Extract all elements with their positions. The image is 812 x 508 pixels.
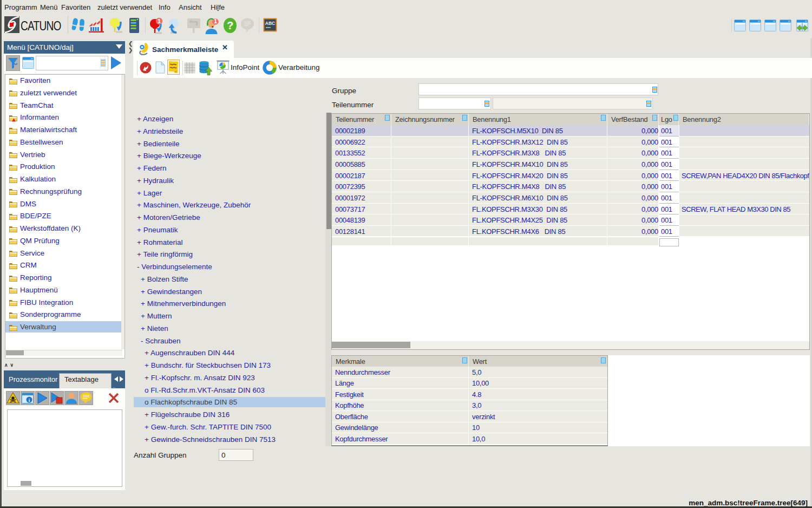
svg-text:ABC: ABC [265,21,275,26]
svg-text:1: 1 [158,18,161,24]
svg-text:?: ? [227,19,233,31]
svg-text:1: 1 [214,18,217,24]
